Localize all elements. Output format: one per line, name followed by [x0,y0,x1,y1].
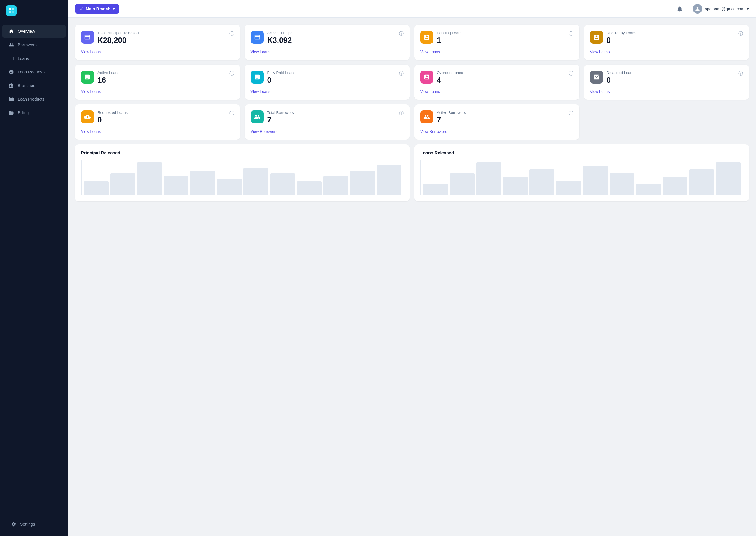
branch-label: Main Branch [86,7,111,11]
loan-requests-icon [8,69,14,75]
sidebar-item-loans[interactable]: Loans [2,52,66,65]
due-today-link[interactable]: View Loans [590,50,743,54]
chart-bar [689,169,714,195]
chart-bar [530,169,554,195]
principal-released-chart: Principal Released [75,144,410,201]
chart-bar [270,173,295,195]
active-loans-info-icon[interactable]: ⓘ [229,71,234,77]
due-today-icon [590,31,603,44]
chart-bar [450,173,475,195]
total-principal-value: K28,200 [97,36,226,45]
pending-loans-info-icon[interactable]: ⓘ [569,31,573,37]
total-borrowers-label: Total Borrowers [267,110,396,116]
loans-icon [8,55,14,61]
active-principal-icon [251,31,264,44]
total-borrowers-info-icon[interactable]: ⓘ [399,110,404,117]
pending-loans-label: Pending Loans [437,31,565,36]
defaulted-loans-link[interactable]: View Loans [590,89,743,94]
principal-released-title: Principal Released [81,150,404,155]
overdue-loans-icon [420,71,433,84]
sidebar-item-loan-requests[interactable]: Loan Requests [2,66,66,79]
nav-overview-label: Overview [18,29,35,34]
stat-requested-loans: Requested Loans 0 ⓘ View Loans [75,105,240,140]
due-today-info-icon[interactable]: ⓘ [738,31,743,37]
sidebar-item-branches[interactable]: Branches [2,79,66,92]
active-principal-info-icon[interactable]: ⓘ [399,31,404,37]
overdue-loans-label: Overdue Loans [437,71,565,76]
stat-active-borrowers: Active Borrowers 7 ⓘ View Borrowers [414,105,579,140]
nav-branches-label: Branches [18,83,35,88]
chart-bar [423,184,448,195]
overdue-loans-link[interactable]: View Loans [420,89,573,94]
chart-bar [217,179,242,195]
total-principal-info-icon[interactable]: ⓘ [229,31,234,37]
sidebar-item-billing[interactable]: Billing [2,106,66,119]
stats-row-3: Requested Loans 0 ⓘ View Loans To [75,105,749,140]
principal-released-bars [81,160,404,195]
chart-bar [297,181,322,195]
chart-bar [243,168,268,195]
defaulted-loans-info-icon[interactable]: ⓘ [738,71,743,77]
sidebar-item-loan-products[interactable]: Loan Products [2,93,66,106]
sidebar-item-overview[interactable]: Overview [2,25,66,38]
borrowers-icon [8,42,14,48]
chart-bar [503,177,528,195]
chart-bar [609,173,634,195]
total-principal-label: Total Principal Released [97,31,226,36]
main-area: ✓ Main Branch ▾ apaloanz@gmail.com ▾ [68,0,756,536]
chart-bar [583,166,607,195]
defaulted-loans-value: 0 [606,76,735,85]
active-principal-label: Active Principal [267,31,396,36]
chart-bar [636,184,661,195]
fully-paid-link[interactable]: View Loans [251,89,404,94]
sidebar-item-settings[interactable]: Settings [5,518,63,531]
user-avatar [693,4,702,14]
active-principal-link[interactable]: View Loans [251,50,404,54]
fully-paid-value: 0 [267,76,396,85]
svg-rect-2 [9,11,11,13]
loans-released-chart: Loans Released [414,144,749,201]
sidebar-nav: Overview Borrowers Loans [0,21,68,512]
notification-button[interactable] [676,6,683,12]
overdue-loans-info-icon[interactable]: ⓘ [569,71,573,77]
loans-released-title: Loans Released [420,150,743,155]
chart-bar [350,171,375,195]
fully-paid-icon [251,71,264,84]
requested-loans-info-icon[interactable]: ⓘ [229,110,234,117]
chart-bar [556,181,581,195]
chart-bar [137,162,162,195]
total-principal-link[interactable]: View Loans [81,50,234,54]
sidebar: Overview Borrowers Loans [0,0,68,536]
chart-bar [84,181,109,195]
chart-bar [716,162,740,195]
branch-selector-button[interactable]: ✓ Main Branch ▾ [75,4,119,14]
pending-loans-link[interactable]: View Loans [420,50,573,54]
stats-row-1: Total Principal Released K28,200 ⓘ View … [75,25,749,60]
svg-rect-1 [12,8,14,10]
svg-rect-3 [12,11,14,13]
branch-check-icon: ✓ [80,7,83,11]
active-loans-value: 16 [97,76,226,85]
user-chevron-icon: ▾ [747,7,749,11]
sidebar-item-borrowers[interactable]: Borrowers [2,38,66,51]
fully-paid-label: Fully Paid Loans [267,71,396,76]
active-borrowers-link[interactable]: View Borrowers [420,129,573,134]
chart-bar [324,176,348,195]
sidebar-bottom: Settings [0,512,68,536]
active-borrowers-info-icon[interactable]: ⓘ [569,110,573,117]
active-loans-icon [81,71,94,84]
total-borrowers-link[interactable]: View Borrowers [251,129,404,134]
user-email: apaloanz@gmail.com [704,7,744,11]
loans-released-bars [420,160,743,195]
home-icon [8,28,14,34]
requested-loans-icon [81,110,94,123]
total-borrowers-icon [251,110,264,123]
requested-loans-link[interactable]: View Loans [81,129,234,134]
active-loans-link[interactable]: View Loans [81,89,234,94]
defaulted-loans-icon [590,71,603,84]
fully-paid-info-icon[interactable]: ⓘ [399,71,404,77]
due-today-value: 0 [606,36,735,45]
nav-borrowers-label: Borrowers [18,43,37,47]
chart-bar [377,165,401,195]
user-menu-button[interactable]: apaloanz@gmail.com ▾ [693,4,749,14]
